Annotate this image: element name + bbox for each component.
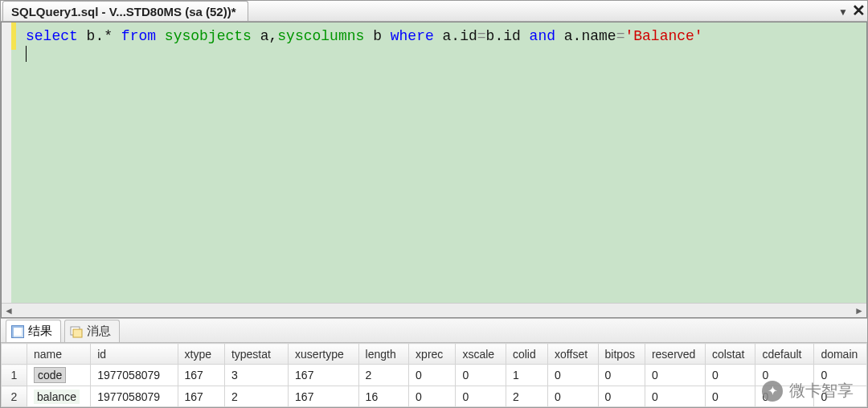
text-cursor xyxy=(26,46,27,62)
cell-xusertype[interactable]: 167 xyxy=(289,365,359,386)
table-row[interactable]: 1 code 1977058079 167 3 167 2 0 0 1 0 0 … xyxy=(2,365,867,386)
cell-bitpos[interactable]: 0 xyxy=(598,386,645,407)
grid-icon xyxy=(11,325,24,338)
cell-domain[interactable]: 0 xyxy=(814,365,867,386)
col-reserved[interactable]: reserved xyxy=(645,344,705,365)
sql-editor: select b.* from sysobjects a,syscolumns … xyxy=(1,22,867,318)
results-table: name id xtype typestat xusertype length … xyxy=(1,343,867,407)
tab-messages[interactable]: 消息 xyxy=(64,320,120,342)
cell-xoffset[interactable]: 0 xyxy=(548,386,599,407)
cell-length[interactable]: 2 xyxy=(358,365,409,386)
cell-colstat[interactable]: 0 xyxy=(705,365,755,386)
cell-xoffset[interactable]: 0 xyxy=(548,365,599,386)
col-xtype[interactable]: xtype xyxy=(178,344,224,365)
document-tab[interactable]: SQLQuery1.sql - V...STD80MS (sa (52))* xyxy=(2,1,248,21)
result-tabs: 结果 消息 xyxy=(1,318,867,342)
cell-id[interactable]: 1977058079 xyxy=(91,386,178,407)
close-icon[interactable]: ✕ xyxy=(850,2,867,21)
cell-colid[interactable]: 2 xyxy=(506,386,547,407)
cell-typestat[interactable]: 3 xyxy=(224,365,288,386)
col-domain[interactable]: domain xyxy=(814,344,867,365)
tab-results-label: 结果 xyxy=(28,324,52,339)
editor-gutter xyxy=(2,22,11,303)
cell-xtype[interactable]: 167 xyxy=(178,386,224,407)
cell-typestat[interactable]: 2 xyxy=(224,386,288,407)
col-colid[interactable]: colid xyxy=(506,344,547,365)
cell-length[interactable]: 16 xyxy=(358,386,409,407)
col-xusertype[interactable]: xusertype xyxy=(289,344,359,365)
cell-xtype[interactable]: 167 xyxy=(178,365,224,386)
editor-horizontal-scrollbar[interactable]: ◄ ► xyxy=(2,303,866,317)
col-cdefault[interactable]: cdefault xyxy=(755,344,814,365)
cell-name[interactable]: code xyxy=(27,365,91,386)
svg-rect-1 xyxy=(73,329,82,337)
header-row: name id xtype typestat xusertype length … xyxy=(2,344,867,365)
tab-dropdown-icon[interactable]: ▼ xyxy=(837,6,850,21)
cell-bitpos[interactable]: 0 xyxy=(598,365,645,386)
col-name[interactable]: name xyxy=(27,344,91,365)
cell-name[interactable]: balance xyxy=(27,386,91,407)
app-window: SQLQuery1.sql - V...STD80MS (sa (52))* ▼… xyxy=(0,0,868,408)
cell-xusertype[interactable]: 167 xyxy=(289,386,359,407)
results-grid[interactable]: name id xtype typestat xusertype length … xyxy=(1,342,867,407)
cell-xprec[interactable]: 0 xyxy=(409,386,456,407)
col-typestat[interactable]: typestat xyxy=(224,344,288,365)
sql-code[interactable]: select b.* from sysobjects a,syscolumns … xyxy=(26,27,703,63)
tab-messages-label: 消息 xyxy=(87,324,111,339)
cell-colid[interactable]: 1 xyxy=(506,365,547,386)
tab-results[interactable]: 结果 xyxy=(6,320,61,342)
cell-reserved[interactable]: 0 xyxy=(645,365,705,386)
col-id[interactable]: id xyxy=(91,344,178,365)
cell-id[interactable]: 1977058079 xyxy=(91,365,178,386)
col-xscale[interactable]: xscale xyxy=(456,344,506,365)
cell-domain[interactable]: 0 xyxy=(814,386,867,407)
corner-cell[interactable] xyxy=(2,344,27,365)
cell-cdefault[interactable]: 0 xyxy=(755,365,814,386)
change-marker xyxy=(11,22,16,50)
col-colstat[interactable]: colstat xyxy=(705,344,755,365)
cell-reserved[interactable]: 0 xyxy=(645,386,705,407)
messages-icon xyxy=(70,325,83,338)
row-number[interactable]: 1 xyxy=(2,365,27,386)
col-xoffset[interactable]: xoffset xyxy=(548,344,599,365)
titlebar: SQLQuery1.sql - V...STD80MS (sa (52))* ▼… xyxy=(1,1,867,22)
col-length[interactable]: length xyxy=(358,344,409,365)
row-number[interactable]: 2 xyxy=(2,386,27,407)
cell-xprec[interactable]: 0 xyxy=(409,365,456,386)
col-bitpos[interactable]: bitpos xyxy=(598,344,645,365)
scroll-right-icon[interactable]: ► xyxy=(852,304,866,318)
cell-xscale[interactable]: 0 xyxy=(456,365,506,386)
cell-cdefault[interactable]: 0 xyxy=(755,386,814,407)
table-row[interactable]: 2 balance 1977058079 167 2 167 16 0 0 2 … xyxy=(2,386,867,407)
editor-area[interactable]: select b.* from sysobjects a,syscolumns … xyxy=(2,22,866,303)
scroll-left-icon[interactable]: ◄ xyxy=(2,304,16,318)
cell-xscale[interactable]: 0 xyxy=(456,386,506,407)
cell-colstat[interactable]: 0 xyxy=(705,386,755,407)
col-xprec[interactable]: xprec xyxy=(409,344,456,365)
